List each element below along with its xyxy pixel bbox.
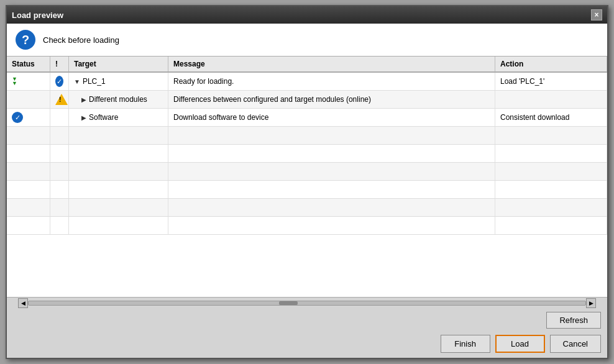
close-button[interactable]: × xyxy=(591,9,602,20)
cell-action-3: Consistent download xyxy=(495,109,607,126)
table-row: ✓ ▶ Software Download software to device… xyxy=(7,109,607,127)
cell-target-1: ▼ PLC_1 xyxy=(69,73,168,90)
cell-action-1: Load 'PLC_1' xyxy=(495,73,607,90)
dialog-title: Load preview xyxy=(12,11,63,20)
warning-icon-2 xyxy=(55,94,68,105)
header-text: Check before loading xyxy=(43,35,119,45)
bottom-button-row: Finish Load Cancel xyxy=(7,331,607,358)
scroll-left-button[interactable]: ◀ xyxy=(18,298,28,308)
cell-message-3: Download software to device xyxy=(168,109,495,126)
table-row-empty xyxy=(7,145,607,163)
scrollbar-track[interactable] xyxy=(28,301,586,306)
scrollbar-thumb[interactable] xyxy=(279,301,298,305)
download-icon: ▼ ▼ xyxy=(12,76,17,86)
cell-status-1: ▼ ▼ xyxy=(7,73,50,90)
col-action: Action xyxy=(495,57,607,71)
cell-target-2: ▶ Different modules xyxy=(69,91,168,108)
finish-button[interactable]: Finish xyxy=(441,335,490,353)
col-message: Message xyxy=(168,57,495,71)
table-body: ▼ ▼ ✓ ▼ PLC_1 Ready for loading. Load 'P… xyxy=(7,73,607,297)
scroll-right-button[interactable]: ▶ xyxy=(586,298,596,308)
target-name-2: Different modules xyxy=(89,95,147,104)
refresh-button[interactable]: Refresh xyxy=(546,312,601,329)
expand-arrow-3[interactable]: ▶ xyxy=(81,114,86,121)
cell-info-3 xyxy=(50,109,69,126)
check-icon-3: ✓ xyxy=(12,112,23,123)
cancel-button[interactable]: Cancel xyxy=(550,335,601,353)
expand-arrow-2[interactable]: ▶ xyxy=(81,96,86,103)
load-preview-dialog: Load preview × ? Check before loading St… xyxy=(6,5,608,359)
table-row-empty xyxy=(7,163,607,181)
cell-info-2 xyxy=(50,91,69,108)
cell-status-2 xyxy=(7,91,50,108)
title-bar: Load preview × xyxy=(7,6,607,24)
target-name-3: Software xyxy=(89,113,118,122)
table-row-empty xyxy=(7,181,607,199)
expand-arrow-1[interactable]: ▼ xyxy=(74,78,80,85)
question-icon: ? xyxy=(16,30,35,50)
horizontal-scrollbar[interactable]: ◀ ▶ xyxy=(7,297,607,308)
header-section: ? Check before loading xyxy=(7,24,607,57)
cell-info-1: ✓ xyxy=(50,73,69,90)
cell-message-2: Differences between configured and targe… xyxy=(168,91,495,108)
table-header: Status ! Target Message Action xyxy=(7,57,607,73)
table-row-empty xyxy=(7,127,607,145)
cell-action-2 xyxy=(495,91,607,108)
load-button[interactable]: Load xyxy=(495,335,545,353)
col-target: Target xyxy=(69,57,168,71)
col-status: Status xyxy=(7,57,50,71)
table-container: Status ! Target Message Action ▼ ▼ ✓ ▼ xyxy=(7,57,607,297)
table-row-empty xyxy=(7,199,607,217)
cell-status-3: ✓ xyxy=(7,109,50,126)
table-row-empty xyxy=(7,217,607,235)
cell-target-3: ▶ Software xyxy=(69,109,168,126)
target-name-1: PLC_1 xyxy=(83,77,106,86)
cell-message-1: Ready for loading. xyxy=(168,73,495,90)
table-row: ▶ Different modules Differences between … xyxy=(7,91,607,109)
check-icon-1: ✓ xyxy=(55,76,63,87)
table-row: ▼ ▼ ✓ ▼ PLC_1 Ready for loading. Load 'P… xyxy=(7,73,607,91)
refresh-button-row: Refresh xyxy=(7,308,607,331)
col-info: ! xyxy=(50,57,69,71)
